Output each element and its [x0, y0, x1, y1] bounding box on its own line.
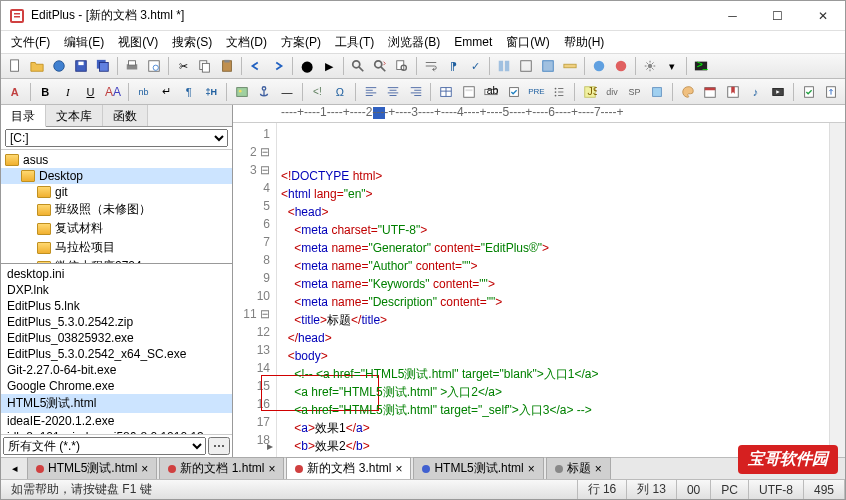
code-line[interactable]: <body> — [281, 347, 825, 365]
file-item[interactable]: Google Chrome.exe — [1, 378, 232, 394]
date-icon[interactable] — [701, 82, 721, 102]
code-line[interactable]: <title>标题</title> — [281, 311, 825, 329]
cut-icon[interactable]: ✂ — [173, 56, 193, 76]
file-item[interactable]: DXP.lnk — [1, 282, 232, 298]
menu-item[interactable]: 文档(D) — [220, 32, 273, 53]
vertical-scrollbar[interactable] — [829, 123, 845, 457]
code-line[interactable]: <a>效果1</a> — [281, 419, 825, 437]
upload-icon[interactable] — [821, 82, 841, 102]
wordwrap-icon[interactable] — [421, 56, 441, 76]
close-button[interactable]: ✕ — [800, 1, 845, 30]
filter-options-button[interactable]: ⋯ — [208, 437, 230, 455]
code-editor[interactable]: 12 ⊟3 ⊟4567891011 ⊟12131415161718 <!DOCT… — [233, 123, 845, 457]
drive-select[interactable]: [C:] — [5, 129, 228, 147]
align-center-icon[interactable] — [383, 82, 403, 102]
tree-node[interactable]: asus — [1, 152, 232, 168]
menu-item[interactable]: 浏览器(B) — [382, 32, 446, 53]
code-line[interactable]: <meta name="Author" content=""> — [281, 257, 825, 275]
spell-icon[interactable]: ✓ — [465, 56, 485, 76]
align-left-icon[interactable] — [361, 82, 381, 102]
play-macro-icon[interactable]: ▶ — [319, 56, 339, 76]
code-line[interactable]: <head> — [281, 203, 825, 221]
form-icon[interactable] — [459, 82, 479, 102]
file-filter-select[interactable]: 所有文件 (*.*) — [3, 437, 206, 455]
sidebar-tab[interactable]: 函数 — [103, 105, 148, 126]
span-icon[interactable]: SP — [625, 82, 645, 102]
replace-icon[interactable] — [370, 56, 390, 76]
tab-close-icon[interactable]: × — [595, 462, 602, 476]
file-item[interactable]: EditPlus_5.3.0.2542.zip — [1, 314, 232, 330]
file-item[interactable]: EditPlus_5.3.0.2542_x64_SC.exe — [1, 346, 232, 362]
print-icon[interactable] — [122, 56, 142, 76]
file-item[interactable]: ideaIE-2020.1.2.exe — [1, 413, 232, 429]
textarea-icon[interactable]: PRE — [527, 82, 547, 102]
code-line[interactable]: <meta name="Generator" content="EditPlus… — [281, 239, 825, 257]
save-all-icon[interactable] — [93, 56, 113, 76]
browser1-icon[interactable] — [589, 56, 609, 76]
new-file-icon[interactable] — [5, 56, 25, 76]
bold-icon[interactable]: B — [36, 82, 56, 102]
menu-item[interactable]: 窗口(W) — [500, 32, 555, 53]
table-icon[interactable] — [436, 82, 456, 102]
menu-item[interactable]: 帮助(H) — [558, 32, 611, 53]
file-list[interactable]: desktop.iniDXP.lnkEditPlus 5.lnkEditPlus… — [1, 264, 232, 434]
file-item[interactable]: desktop.ini — [1, 266, 232, 282]
code-line[interactable]: <meta name="Description" content=""> — [281, 293, 825, 311]
open-icon[interactable] — [27, 56, 47, 76]
input-text-icon[interactable]: ab — [482, 82, 502, 102]
tab-close-icon[interactable]: × — [395, 462, 402, 476]
code-line[interactable]: <meta name="Keywords" content=""> — [281, 275, 825, 293]
tree-node[interactable]: git — [1, 184, 232, 200]
browser2-icon[interactable] — [611, 56, 631, 76]
document-tab[interactable]: 新的文档 1.html× — [159, 457, 284, 480]
file-item[interactable]: Git-2.27.0-64-bit.exe — [1, 362, 232, 378]
column-icon[interactable] — [494, 56, 514, 76]
nbsp-icon[interactable]: nb — [134, 82, 154, 102]
menu-item[interactable]: 工具(T) — [329, 32, 380, 53]
object-icon[interactable] — [647, 82, 667, 102]
list-icon[interactable] — [549, 82, 569, 102]
code-line[interactable]: </head> — [281, 329, 825, 347]
tab-close-icon[interactable]: × — [141, 462, 148, 476]
file-item[interactable]: EditPlus 5.lnk — [1, 298, 232, 314]
settings-icon[interactable] — [640, 56, 660, 76]
copy-icon[interactable] — [195, 56, 215, 76]
menu-item[interactable]: Emmet — [448, 33, 498, 51]
document-tab[interactable]: 标题× — [546, 457, 611, 480]
heading-icon[interactable]: ‡H — [201, 82, 221, 102]
paragraph-icon[interactable]: ¶ — [179, 82, 199, 102]
undo-icon[interactable] — [246, 56, 266, 76]
menu-item[interactable]: 视图(V) — [112, 32, 164, 53]
document-tab[interactable]: HTML5测试.html× — [27, 457, 157, 480]
code-line[interactable]: <a href="HTML5测试.html" >入口2</a> — [281, 383, 825, 401]
validate-icon[interactable] — [799, 82, 819, 102]
tabs-prev-icon[interactable]: ◂ — [5, 459, 25, 479]
code-line[interactable]: <!-- <a href="HTML5测试.html" target="blan… — [281, 365, 825, 383]
image-icon[interactable] — [232, 82, 252, 102]
maximize-button[interactable]: ☐ — [755, 1, 800, 30]
audio-icon[interactable]: ♪ — [746, 82, 766, 102]
sidebar-tab[interactable]: 目录 — [1, 105, 46, 127]
find-in-files-icon[interactable] — [392, 56, 412, 76]
file-item[interactable]: EditPlus_03825932.exe — [1, 330, 232, 346]
tree-node[interactable]: Desktop — [1, 168, 232, 184]
redo-icon[interactable] — [268, 56, 288, 76]
record-macro-icon[interactable]: ⬤ — [297, 56, 317, 76]
hex-icon[interactable] — [538, 56, 558, 76]
menu-item[interactable]: 编辑(E) — [58, 32, 110, 53]
ruler-icon[interactable] — [560, 56, 580, 76]
font-color-icon[interactable]: A — [5, 82, 25, 102]
paste-icon[interactable] — [217, 56, 237, 76]
menu-item[interactable]: 文件(F) — [5, 32, 56, 53]
align-right-icon[interactable] — [406, 82, 426, 102]
save-icon[interactable] — [71, 56, 91, 76]
minimize-button[interactable]: ─ — [710, 1, 755, 30]
video-icon[interactable] — [768, 82, 788, 102]
linenumber-icon[interactable]: ⁋ — [443, 56, 463, 76]
checkbox-icon[interactable] — [504, 82, 524, 102]
tree-node[interactable]: 班级照（未修图） — [1, 200, 232, 219]
fullscreen-icon[interactable] — [516, 56, 536, 76]
tab-close-icon[interactable]: × — [528, 462, 535, 476]
menu-item[interactable]: 方案(P) — [275, 32, 327, 53]
folder-tree[interactable]: asusDesktopgit班级照（未修图）复试材料马拉松项目微信小程序0704… — [1, 150, 232, 264]
